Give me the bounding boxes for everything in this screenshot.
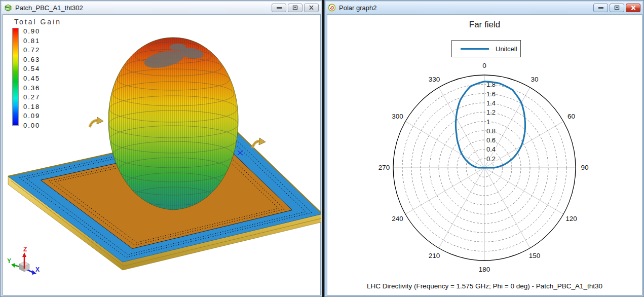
- polar-radial-label: 1.4: [486, 99, 496, 107]
- restore-button[interactable]: [288, 4, 302, 12]
- minimize-icon: [598, 7, 603, 9]
- chart-caption: LHC Directivity (Frequency = 1.575 GHz; …: [327, 282, 642, 290]
- window-3d-view: 3D Patch_PBC_A1_tht302 Total Gain 0.900.…: [0, 0, 322, 297]
- polar-radial-label: 0.8: [486, 127, 496, 135]
- 3d-viewport[interactable]: Total Gain 0.900.810.720.630.540.450.360…: [3, 14, 321, 295]
- close-icon: [309, 5, 314, 10]
- polar-angle-label: 240: [392, 215, 403, 222]
- close-button[interactable]: [626, 4, 640, 12]
- polar-radial-label: 0.6: [486, 136, 496, 144]
- polar-spoke: [405, 168, 484, 214]
- polar-chart-area: Far field Unitcell 030609012015018021024…: [327, 14, 642, 295]
- radiation-pattern-balloon: [108, 38, 238, 210]
- window-title: Polar graph2: [339, 4, 376, 12]
- polar-angle-label: 330: [429, 76, 440, 83]
- restore-button[interactable]: [610, 4, 624, 12]
- titlebar-3d-view[interactable]: 3D Patch_PBC_A1_tht302: [2, 2, 321, 14]
- polar-angle-label: 30: [531, 76, 538, 83]
- restore-icon: [614, 5, 620, 10]
- polar-angle-label: 120: [565, 215, 577, 222]
- triad-z-label: Z: [23, 246, 27, 253]
- restore-icon: [292, 5, 298, 10]
- port-arrow-left: [90, 117, 103, 127]
- polar-angle-label: 210: [429, 252, 440, 259]
- polar-angle-label: 0: [482, 62, 486, 69]
- window-title: Patch_PBC_A1_tht302: [15, 4, 83, 12]
- triad-y-label: Y: [7, 257, 11, 265]
- port-arrow-right: [252, 138, 266, 148]
- polar-angle-label: 60: [567, 113, 575, 120]
- minimize-button[interactable]: [593, 4, 608, 12]
- polar-radial-label: 1.2: [486, 108, 496, 116]
- 3d-scene: Z Y X: [3, 15, 321, 296]
- polar-radial-label: 1: [486, 118, 490, 126]
- polar-radial-label: 0.4: [486, 145, 496, 153]
- minimize-button[interactable]: [272, 4, 286, 12]
- close-icon: [630, 5, 636, 11]
- polar-angle-label: 270: [378, 164, 390, 171]
- polar-angle-label: 90: [581, 164, 588, 171]
- triad-x-label: X: [35, 266, 40, 273]
- polar-angle-label: 300: [392, 113, 403, 120]
- polar-angle-label: 180: [479, 266, 490, 273]
- polar-spoke: [484, 168, 530, 248]
- polar-radial-label: 0.2: [486, 155, 496, 163]
- polar-graph-icon: [328, 4, 336, 12]
- polar-angle-label: 150: [529, 252, 541, 259]
- close-button[interactable]: [304, 4, 319, 12]
- svg-text:3D: 3D: [5, 8, 9, 11]
- polar-spoke: [484, 168, 563, 214]
- 3d-cube-icon: 3D: [4, 4, 12, 12]
- window-polar-graph: Polar graph2 Far field Unitcell 03060901…: [324, 0, 644, 297]
- titlebar-polar-graph[interactable]: Polar graph2: [326, 2, 642, 14]
- polar-radial-label: 1.6: [486, 90, 496, 98]
- coordinate-triad: Z Y X: [7, 246, 40, 275]
- polar-plot: 03060901201501802102402703003300.20.40.6…: [327, 15, 643, 296]
- minimize-icon: [277, 7, 282, 9]
